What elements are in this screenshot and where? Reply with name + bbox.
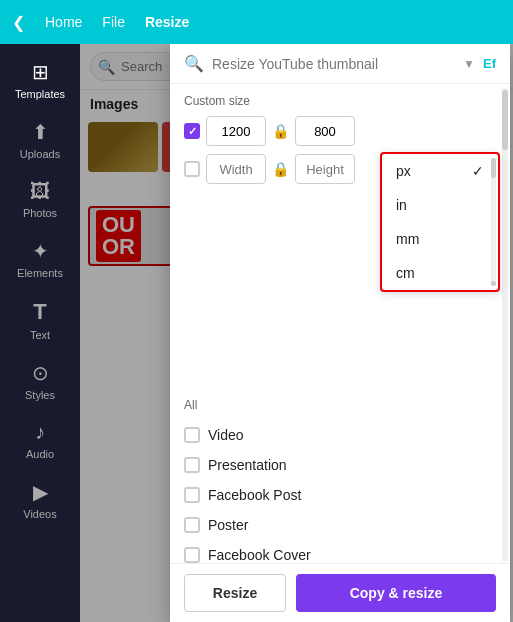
height-input-2[interactable] bbox=[295, 154, 355, 184]
sidebar-label-uploads: Uploads bbox=[20, 148, 60, 160]
video-checkbox[interactable] bbox=[184, 427, 200, 443]
sidebar-label-audio: Audio bbox=[26, 448, 54, 460]
text-icon: T bbox=[33, 299, 46, 325]
unit-in-label: in bbox=[396, 197, 407, 213]
custom-size-label: Custom size bbox=[184, 94, 496, 108]
sidebar-item-templates[interactable]: ⊞ Templates bbox=[4, 52, 76, 108]
poster-label: Poster bbox=[208, 517, 248, 533]
back-button[interactable]: ❮ bbox=[12, 13, 25, 32]
dropdown-scrollbar-track bbox=[491, 158, 496, 286]
units-dropdown[interactable]: px ✓ in mm cm bbox=[380, 152, 500, 292]
dropdown-scrollbar-thumb-top[interactable] bbox=[491, 158, 496, 178]
sidebar-item-styles[interactable]: ⊙ Styles bbox=[4, 353, 76, 409]
sidebar-label-templates: Templates bbox=[15, 88, 65, 100]
nav-resize[interactable]: Resize bbox=[145, 14, 189, 30]
video-label: Video bbox=[208, 427, 244, 443]
custom-size-row: 🔒 bbox=[184, 116, 496, 146]
lock-icon[interactable]: 🔒 bbox=[272, 123, 289, 139]
facebook-cover-label: Facebook Cover bbox=[208, 547, 311, 563]
audio-icon: ♪ bbox=[35, 421, 45, 444]
sidebar-item-text[interactable]: T Text bbox=[4, 291, 76, 349]
width-input-2[interactable] bbox=[206, 154, 266, 184]
resize-dialog: 🔍 ▼ Ef Custom size 🔒 bbox=[170, 44, 510, 622]
dialog-scrollbar-track bbox=[502, 88, 508, 562]
sidebar-item-elements[interactable]: ✦ Elements bbox=[4, 231, 76, 287]
height-input[interactable] bbox=[295, 116, 355, 146]
content-area: 🔍 Images OU OR 🔍 bbox=[80, 44, 513, 622]
unit-option-px[interactable]: px ✓ bbox=[382, 154, 498, 188]
sidebar: ⊞ Templates ⬆ Uploads 🖼 Photos ✦ Element… bbox=[0, 44, 80, 622]
all-item-presentation: Presentation bbox=[184, 450, 496, 480]
sidebar-item-uploads[interactable]: ⬆ Uploads bbox=[4, 112, 76, 168]
nav-home[interactable]: Home bbox=[45, 14, 82, 30]
width-input[interactable] bbox=[206, 116, 266, 146]
presentation-checkbox[interactable] bbox=[184, 457, 200, 473]
sidebar-label-videos: Videos bbox=[23, 508, 56, 520]
unit-mm-label: mm bbox=[396, 231, 419, 247]
top-nav: ❮ Home File Resize bbox=[0, 0, 513, 44]
unit-cm-label: cm bbox=[396, 265, 415, 281]
main-layout: ⊞ Templates ⬆ Uploads 🖼 Photos ✦ Element… bbox=[0, 44, 513, 622]
width-checkbox[interactable] bbox=[184, 123, 200, 139]
unit-option-in[interactable]: in bbox=[382, 188, 498, 222]
uploads-icon: ⬆ bbox=[32, 120, 49, 144]
resize-search-input[interactable] bbox=[212, 56, 455, 72]
resize-buttons: Resize Copy & resize bbox=[170, 563, 510, 622]
unit-px-label: px bbox=[396, 163, 411, 179]
dialog-search-icon: 🔍 bbox=[184, 54, 204, 73]
videos-icon: ▶ bbox=[33, 480, 48, 504]
styles-icon: ⊙ bbox=[32, 361, 49, 385]
resize-search-dropdown-icon[interactable]: ▼ bbox=[463, 57, 475, 71]
sidebar-label-photos: Photos bbox=[23, 207, 57, 219]
sidebar-label-elements: Elements bbox=[17, 267, 63, 279]
poster-checkbox[interactable] bbox=[184, 517, 200, 533]
row2-checkbox[interactable] bbox=[184, 161, 200, 177]
sidebar-item-photos[interactable]: 🖼 Photos bbox=[4, 172, 76, 227]
all-label: All bbox=[184, 398, 496, 412]
sidebar-label-text: Text bbox=[30, 329, 50, 341]
facebook-cover-checkbox[interactable] bbox=[184, 547, 200, 563]
elements-icon: ✦ bbox=[32, 239, 49, 263]
unit-option-cm[interactable]: cm bbox=[382, 256, 498, 290]
dropdown-scrollbar-thumb-bot[interactable] bbox=[491, 281, 496, 286]
ef-badge: Ef bbox=[483, 56, 496, 71]
lock-icon-2: 🔒 bbox=[272, 161, 289, 177]
copy-resize-button[interactable]: Copy & resize bbox=[296, 574, 496, 612]
sidebar-item-videos[interactable]: ▶ Videos bbox=[4, 472, 76, 528]
presentation-label: Presentation bbox=[208, 457, 287, 473]
sidebar-label-styles: Styles bbox=[25, 389, 55, 401]
unit-option-mm[interactable]: mm bbox=[382, 222, 498, 256]
facebook-post-label: Facebook Post bbox=[208, 487, 301, 503]
modal-overlay[interactable]: 🔍 ▼ Ef Custom size 🔒 bbox=[80, 44, 513, 622]
templates-icon: ⊞ bbox=[32, 60, 49, 84]
dialog-scrollbar-thumb[interactable] bbox=[502, 90, 508, 150]
all-item-facebook-post: Facebook Post bbox=[184, 480, 496, 510]
facebook-post-checkbox[interactable] bbox=[184, 487, 200, 503]
resize-dialog-header: 🔍 ▼ Ef bbox=[170, 44, 510, 84]
photos-icon: 🖼 bbox=[30, 180, 50, 203]
all-item-poster: Poster bbox=[184, 510, 496, 540]
unit-px-check: ✓ bbox=[472, 163, 484, 179]
resize-button[interactable]: Resize bbox=[184, 574, 286, 612]
nav-file[interactable]: File bbox=[102, 14, 125, 30]
all-item-video: Video bbox=[184, 420, 496, 450]
sidebar-item-audio[interactable]: ♪ Audio bbox=[4, 413, 76, 468]
